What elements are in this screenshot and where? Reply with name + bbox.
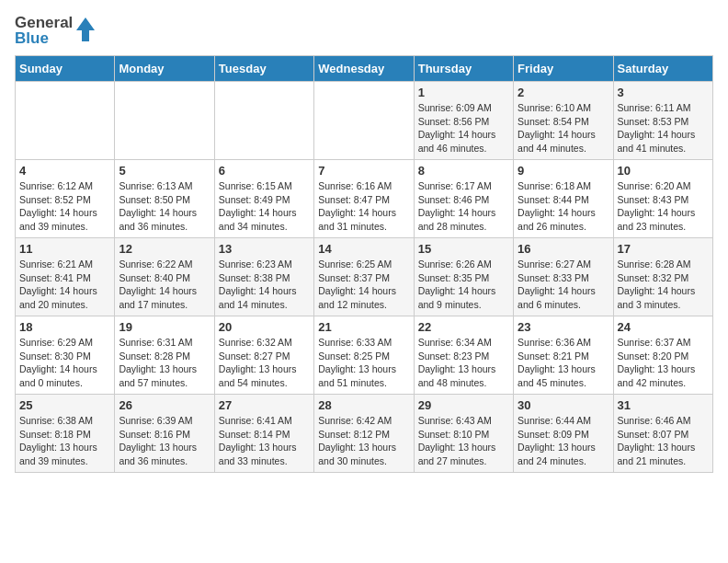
day-number: 15 <box>418 242 509 256</box>
calendar-cell: 30Sunrise: 6:44 AM Sunset: 8:09 PM Dayli… <box>514 395 613 473</box>
calendar-cell: 23Sunrise: 6:36 AM Sunset: 8:21 PM Dayli… <box>514 316 613 395</box>
calendar-cell: 16Sunrise: 6:27 AM Sunset: 8:33 PM Dayli… <box>514 238 613 316</box>
calendar-cell: 31Sunrise: 6:46 AM Sunset: 8:07 PM Dayli… <box>613 395 712 473</box>
calendar-cell: 21Sunrise: 6:33 AM Sunset: 8:25 PM Dayli… <box>314 316 414 395</box>
calendar-cell: 17Sunrise: 6:28 AM Sunset: 8:32 PM Dayli… <box>613 238 712 316</box>
day-info: Sunrise: 6:26 AM Sunset: 8:35 PM Dayligh… <box>418 258 509 312</box>
day-info: Sunrise: 6:25 AM Sunset: 8:37 PM Dayligh… <box>318 258 409 312</box>
day-info: Sunrise: 6:11 AM Sunset: 8:53 PM Dayligh… <box>618 101 709 155</box>
day-number: 16 <box>518 242 609 256</box>
calendar-cell: 7Sunrise: 6:16 AM Sunset: 8:47 PM Daylig… <box>314 160 414 238</box>
day-number: 18 <box>19 320 110 334</box>
day-info: Sunrise: 6:18 AM Sunset: 8:44 PM Dayligh… <box>518 179 609 234</box>
day-number: 13 <box>219 242 310 256</box>
weekday-header: Monday <box>115 56 214 82</box>
calendar-cell <box>115 82 214 160</box>
day-info: Sunrise: 6:39 AM Sunset: 8:16 PM Dayligh… <box>119 414 210 468</box>
day-number: 8 <box>418 164 509 178</box>
day-info: Sunrise: 6:15 AM Sunset: 8:49 PM Dayligh… <box>219 179 310 234</box>
calendar-cell: 6Sunrise: 6:15 AM Sunset: 8:49 PM Daylig… <box>214 160 313 238</box>
day-info: Sunrise: 6:17 AM Sunset: 8:46 PM Dayligh… <box>418 179 509 234</box>
calendar-cell: 11Sunrise: 6:21 AM Sunset: 8:41 PM Dayli… <box>16 238 115 316</box>
calendar-week-row: 4Sunrise: 6:12 AM Sunset: 8:52 PM Daylig… <box>16 160 713 238</box>
day-number: 17 <box>618 242 709 256</box>
logo-bird-icon <box>74 16 97 45</box>
calendar-week-row: 25Sunrise: 6:38 AM Sunset: 8:18 PM Dayli… <box>16 395 713 473</box>
day-info: Sunrise: 6:43 AM Sunset: 8:10 PM Dayligh… <box>418 414 509 468</box>
day-info: Sunrise: 6:34 AM Sunset: 8:23 PM Dayligh… <box>418 336 509 390</box>
calendar-cell: 24Sunrise: 6:37 AM Sunset: 8:20 PM Dayli… <box>613 316 712 395</box>
day-info: Sunrise: 6:42 AM Sunset: 8:12 PM Dayligh… <box>318 414 409 468</box>
day-number: 24 <box>618 320 709 334</box>
day-number: 21 <box>318 320 409 334</box>
weekday-header: Thursday <box>414 56 513 82</box>
day-number: 2 <box>518 86 609 99</box>
calendar-week-row: 1Sunrise: 6:09 AM Sunset: 8:56 PM Daylig… <box>16 82 713 160</box>
calendar-cell: 27Sunrise: 6:41 AM Sunset: 8:14 PM Dayli… <box>214 395 313 473</box>
day-number: 31 <box>618 398 709 412</box>
calendar-cell: 12Sunrise: 6:22 AM Sunset: 8:40 PM Dayli… <box>115 238 214 316</box>
day-number: 30 <box>518 398 609 412</box>
day-info: Sunrise: 6:10 AM Sunset: 8:54 PM Dayligh… <box>518 101 609 155</box>
calendar-cell: 5Sunrise: 6:13 AM Sunset: 8:50 PM Daylig… <box>115 160 214 238</box>
calendar-cell <box>16 82 115 160</box>
day-number: 7 <box>318 164 409 178</box>
day-info: Sunrise: 6:36 AM Sunset: 8:21 PM Dayligh… <box>518 336 609 390</box>
calendar-cell: 20Sunrise: 6:32 AM Sunset: 8:27 PM Dayli… <box>214 316 313 395</box>
calendar-cell: 19Sunrise: 6:31 AM Sunset: 8:28 PM Dayli… <box>115 316 214 395</box>
day-number: 9 <box>518 164 609 178</box>
day-number: 5 <box>119 164 210 178</box>
calendar-cell: 13Sunrise: 6:23 AM Sunset: 8:38 PM Dayli… <box>214 238 313 316</box>
page-header: General Blue <box>15 15 713 46</box>
day-number: 1 <box>418 86 509 99</box>
calendar-cell: 15Sunrise: 6:26 AM Sunset: 8:35 PM Dayli… <box>414 238 513 316</box>
calendar-cell: 29Sunrise: 6:43 AM Sunset: 8:10 PM Dayli… <box>414 395 513 473</box>
calendar-cell: 14Sunrise: 6:25 AM Sunset: 8:37 PM Dayli… <box>314 238 414 316</box>
calendar-cell: 1Sunrise: 6:09 AM Sunset: 8:56 PM Daylig… <box>414 82 513 160</box>
calendar-cell: 3Sunrise: 6:11 AM Sunset: 8:53 PM Daylig… <box>613 82 712 160</box>
calendar-cell: 8Sunrise: 6:17 AM Sunset: 8:46 PM Daylig… <box>414 160 513 238</box>
calendar-cell: 28Sunrise: 6:42 AM Sunset: 8:12 PM Dayli… <box>314 395 414 473</box>
day-info: Sunrise: 6:27 AM Sunset: 8:33 PM Dayligh… <box>518 258 609 312</box>
weekday-header: Friday <box>514 56 613 82</box>
day-info: Sunrise: 6:12 AM Sunset: 8:52 PM Dayligh… <box>19 179 110 234</box>
day-number: 25 <box>19 398 110 412</box>
day-info: Sunrise: 6:38 AM Sunset: 8:18 PM Dayligh… <box>19 414 110 468</box>
day-info: Sunrise: 6:20 AM Sunset: 8:43 PM Dayligh… <box>618 179 709 234</box>
logo: General Blue <box>15 15 97 46</box>
calendar-cell: 22Sunrise: 6:34 AM Sunset: 8:23 PM Dayli… <box>414 316 513 395</box>
calendar-cell: 10Sunrise: 6:20 AM Sunset: 8:43 PM Dayli… <box>613 160 712 238</box>
calendar-cell: 26Sunrise: 6:39 AM Sunset: 8:16 PM Dayli… <box>115 395 214 473</box>
day-info: Sunrise: 6:28 AM Sunset: 8:32 PM Dayligh… <box>618 258 709 312</box>
day-info: Sunrise: 6:13 AM Sunset: 8:50 PM Dayligh… <box>119 179 210 234</box>
day-number: 28 <box>318 398 409 412</box>
day-info: Sunrise: 6:44 AM Sunset: 8:09 PM Dayligh… <box>518 414 609 468</box>
day-info: Sunrise: 6:32 AM Sunset: 8:27 PM Dayligh… <box>219 336 310 390</box>
calendar-week-row: 18Sunrise: 6:29 AM Sunset: 8:30 PM Dayli… <box>16 316 713 395</box>
day-info: Sunrise: 6:37 AM Sunset: 8:20 PM Dayligh… <box>618 336 709 390</box>
day-info: Sunrise: 6:16 AM Sunset: 8:47 PM Dayligh… <box>318 179 409 234</box>
day-info: Sunrise: 6:46 AM Sunset: 8:07 PM Dayligh… <box>618 414 709 468</box>
day-number: 23 <box>518 320 609 334</box>
calendar-cell: 25Sunrise: 6:38 AM Sunset: 8:18 PM Dayli… <box>16 395 115 473</box>
day-number: 10 <box>618 164 709 178</box>
day-info: Sunrise: 6:31 AM Sunset: 8:28 PM Dayligh… <box>119 336 210 390</box>
calendar-cell: 9Sunrise: 6:18 AM Sunset: 8:44 PM Daylig… <box>514 160 613 238</box>
day-number: 29 <box>418 398 509 412</box>
weekday-header: Tuesday <box>214 56 313 82</box>
calendar-cell <box>314 82 414 160</box>
day-info: Sunrise: 6:41 AM Sunset: 8:14 PM Dayligh… <box>219 414 310 468</box>
day-number: 14 <box>318 242 409 256</box>
day-number: 26 <box>119 398 210 412</box>
day-info: Sunrise: 6:09 AM Sunset: 8:56 PM Dayligh… <box>418 101 509 155</box>
svg-marker-0 <box>76 17 95 41</box>
day-number: 20 <box>219 320 310 334</box>
calendar-cell: 4Sunrise: 6:12 AM Sunset: 8:52 PM Daylig… <box>16 160 115 238</box>
calendar-cell: 18Sunrise: 6:29 AM Sunset: 8:30 PM Dayli… <box>16 316 115 395</box>
weekday-header: Sunday <box>16 56 115 82</box>
calendar-week-row: 11Sunrise: 6:21 AM Sunset: 8:41 PM Dayli… <box>16 238 713 316</box>
day-info: Sunrise: 6:33 AM Sunset: 8:25 PM Dayligh… <box>318 336 409 390</box>
day-number: 22 <box>418 320 509 334</box>
day-number: 6 <box>219 164 310 178</box>
day-info: Sunrise: 6:21 AM Sunset: 8:41 PM Dayligh… <box>19 258 110 312</box>
